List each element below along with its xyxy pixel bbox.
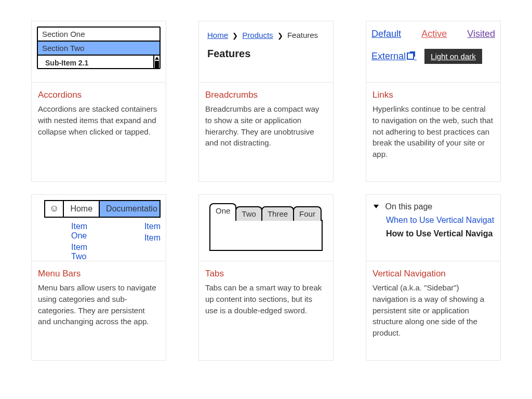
link-visited[interactable]: Visited <box>467 29 495 39</box>
card-body: Accordions Accordions are stacked contai… <box>32 83 166 181</box>
accordion-subitem[interactable]: Sub-Item 2.1 <box>38 56 153 67</box>
tab-one[interactable]: One <box>209 203 236 221</box>
card-desc: Vertical (a.k.a. "Sidebar") navigation i… <box>373 282 494 339</box>
tab-three[interactable]: Three <box>261 206 294 221</box>
card-body: Tabs Tabs can be a smart way to break up… <box>199 261 333 360</box>
breadcrumb-products[interactable]: Products <box>242 31 273 39</box>
card-menubars[interactable]: ☺ Home Documentatio Item One Item Two It… <box>31 194 166 361</box>
breadcrumb-current: Features <box>287 31 318 39</box>
card-title: Vertical Navigation <box>373 269 494 279</box>
menubar-subitem[interactable]: Item Two <box>71 243 103 261</box>
smiley-icon[interactable]: ☺ <box>45 201 64 217</box>
link-default[interactable]: Default <box>371 29 401 39</box>
breadcrumb-home[interactable]: Home <box>207 31 228 39</box>
card-desc: Accordions are stacked containers with n… <box>38 103 159 137</box>
accordion-widget: Section One Section Two Sub-Item 2.1 <box>37 26 161 69</box>
accordion-sub-row: Sub-Item 2.1 <box>38 56 159 68</box>
chevron-right-icon: ❯ <box>232 32 238 39</box>
menubar-home[interactable]: Home <box>64 201 100 217</box>
vnav-thumb: On this page When to Use Vertical Naviga… <box>366 195 500 261</box>
scroll-up-icon <box>155 57 159 60</box>
menubar-subitem[interactable]: Item <box>144 222 161 231</box>
vnav-item-how[interactable]: How to Use Vertical Naviga <box>374 229 495 238</box>
card-desc: Breadcrumbs are a compact way to show a … <box>205 103 327 149</box>
menubar-submenu: Item One Item Two Item Item <box>44 218 161 261</box>
card-tabs[interactable]: One Two Three Four Tabs Tabs can be a sm… <box>198 194 334 361</box>
menubar-subitem[interactable]: Item One <box>71 222 103 241</box>
card-desc: Tabs can be a smart way to break up cont… <box>205 282 327 316</box>
scroll-thumb[interactable] <box>155 61 159 68</box>
link-external[interactable]: External <box>371 51 417 61</box>
vnav-header[interactable]: On this page <box>374 202 495 211</box>
card-title: Links <box>373 90 494 100</box>
tabs-widget: One Two Three Four <box>204 200 328 251</box>
vnav-header-label: On this page <box>385 202 432 211</box>
card-body: Menu Bars Menu bars allow users to navig… <box>32 261 166 360</box>
card-accordions[interactable]: Section One Section Two Sub-Item 2.1 Acc… <box>31 21 166 182</box>
links-thumb: Default Active Visited External Light on… <box>366 21 500 83</box>
menubar-subitem[interactable]: Item <box>144 233 161 243</box>
chevron-right-icon: ❯ <box>277 32 283 39</box>
accordion-section-two[interactable]: Section Two <box>38 42 159 56</box>
tabs-thumb: One Two Three Four <box>199 195 333 261</box>
menubar-widget: ☺ Home Documentatio <box>44 200 161 218</box>
vnav-item-when[interactable]: When to Use Vertical Navigat <box>374 216 495 225</box>
card-title: Breadcrumbs <box>205 90 327 100</box>
card-vertical-nav[interactable]: On this page When to Use Vertical Naviga… <box>366 194 501 361</box>
link-external-label: External <box>371 51 406 61</box>
accordion-scrollbar[interactable] <box>153 56 159 68</box>
card-breadcrumbs[interactable]: Home ❯ Products ❯ Features Features Brea… <box>198 21 334 182</box>
menubar-documentation[interactable]: Documentatio <box>100 201 161 217</box>
card-title: Menu Bars <box>38 269 159 279</box>
breadcrumb-heading: Features <box>207 48 325 60</box>
link-light-on-dark[interactable]: Light on dark <box>424 49 482 64</box>
breadcrumb-thumb: Home ❯ Products ❯ Features Features <box>199 21 333 83</box>
tabs-panel <box>209 220 323 251</box>
card-body: Breadcrumbs Breadcrumbs are a compact wa… <box>199 83 333 181</box>
card-body: Links Hyperlinks continue to be central … <box>366 83 500 181</box>
card-title: Tabs <box>205 269 327 279</box>
accordion-section-one[interactable]: Section One <box>38 28 159 42</box>
card-desc: Menu bars allow users to navigate using … <box>38 282 159 327</box>
link-active[interactable]: Active <box>421 29 447 39</box>
vnav-widget: On this page When to Use Vertical Naviga… <box>371 200 495 238</box>
external-link-icon <box>407 52 414 60</box>
links-widget: Default Active Visited External Light on… <box>371 26 495 66</box>
breadcrumb-widget: Home ❯ Products ❯ Features Features <box>204 26 328 64</box>
card-desc: Hyperlinks continue to be central to nav… <box>373 103 494 160</box>
menubar-thumb: ☺ Home Documentatio Item One Item Two It… <box>32 195 166 261</box>
card-links[interactable]: Default Active Visited External Light on… <box>366 21 501 182</box>
card-body: Vertical Navigation Vertical (a.k.a. "Si… <box>366 261 500 360</box>
card-title: Accordions <box>38 90 159 100</box>
accordions-thumb: Section One Section Two Sub-Item 2.1 <box>32 21 166 83</box>
tab-two[interactable]: Two <box>235 206 262 221</box>
tab-four[interactable]: Four <box>293 206 322 221</box>
